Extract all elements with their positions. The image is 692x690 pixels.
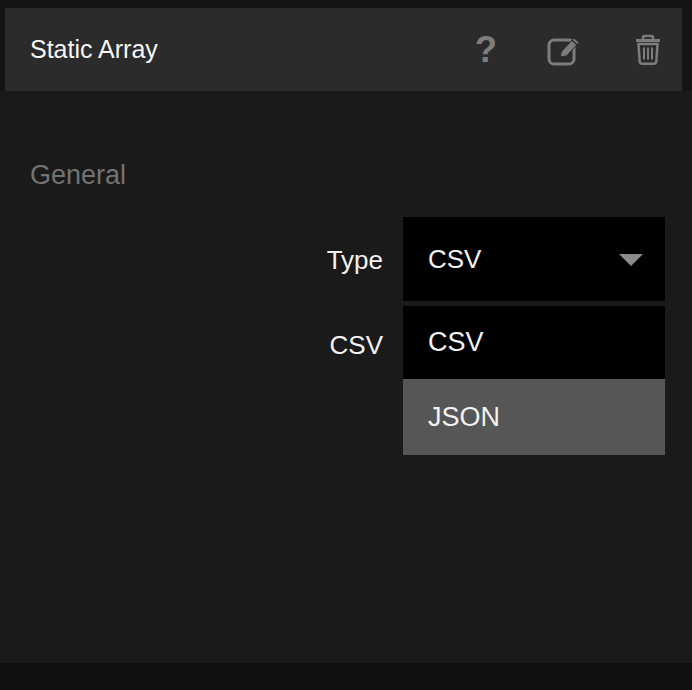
type-select-value: CSV — [428, 217, 481, 301]
dropdown-option-json[interactable]: JSON — [403, 379, 665, 455]
type-select-dropdown: CSV JSON — [403, 306, 665, 455]
type-select[interactable]: CSV — [403, 217, 665, 301]
type-field-label: Type — [0, 245, 383, 275]
dropdown-option-csv[interactable]: CSV — [403, 306, 665, 379]
delete-button[interactable] — [626, 8, 670, 91]
section-title-general: General — [30, 160, 126, 191]
chevron-down-icon — [619, 254, 643, 266]
widget-settings-panel: Static Array ? — [0, 0, 692, 690]
dropdown-option-json-label: JSON — [428, 402, 500, 433]
help-icon: ? — [475, 32, 497, 68]
panel-title: Static Array — [30, 35, 158, 64]
edit-icon — [546, 33, 584, 67]
panel-header: Static Array ? — [5, 8, 682, 91]
trash-icon — [633, 33, 663, 67]
header-frame: Static Array ? — [0, 0, 692, 91]
edit-button[interactable] — [543, 8, 587, 91]
dropdown-option-csv-label: CSV — [428, 327, 484, 358]
help-button[interactable]: ? — [464, 8, 508, 91]
csv-field-label: CSV — [0, 330, 383, 360]
bottom-edge-bar — [0, 663, 692, 690]
